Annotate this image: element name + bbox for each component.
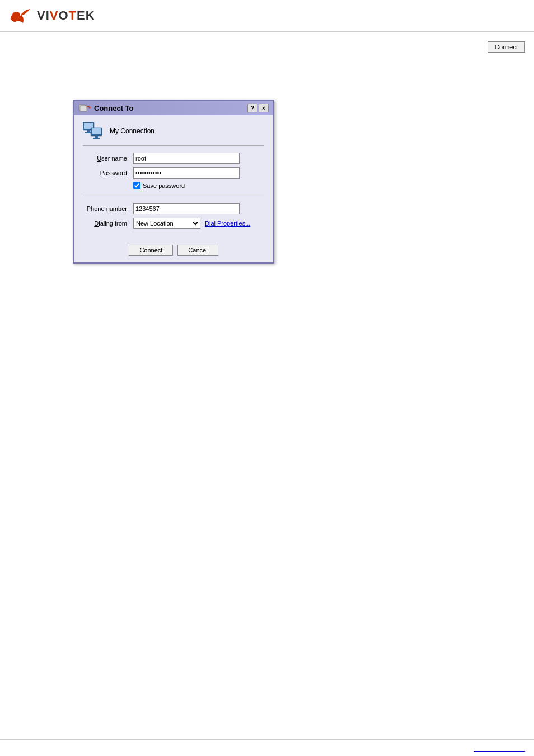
password-input[interactable] <box>133 167 240 179</box>
connection-icon <box>83 122 104 140</box>
phone-number-label: Phone number: <box>83 205 133 212</box>
logo-area: VIVOTEK <box>7 4 95 27</box>
dialog-close-button[interactable]: × <box>259 104 269 112</box>
svg-point-3 <box>89 107 91 109</box>
svg-rect-2 <box>80 106 87 111</box>
username-row: User name: <box>83 153 264 164</box>
connect-button-top[interactable]: Connect <box>488 41 525 53</box>
main-content: Connect To ? × <box>0 77 534 275</box>
connection-row: My Connection <box>83 122 264 146</box>
save-password-label: Save password <box>143 182 185 189</box>
dial-properties-button[interactable]: Dial Properties... <box>205 220 250 227</box>
svg-point-0 <box>25 10 27 12</box>
svg-rect-6 <box>87 130 90 132</box>
footer-link[interactable]: _______________ <box>474 745 525 752</box>
dialog-title-buttons: ? × <box>247 104 269 112</box>
svg-rect-11 <box>93 138 100 139</box>
dialog-titlebar: Connect To ? × <box>74 101 273 115</box>
svg-rect-10 <box>95 136 98 138</box>
phone-section: Phone number: Dialing from: New Location… <box>83 201 264 229</box>
dialog-title-icon <box>78 103 91 113</box>
top-area: Connect <box>0 32 534 77</box>
password-label: Password: <box>83 170 133 176</box>
connection-name: My Connection <box>110 127 154 135</box>
vivotek-logo-icon <box>7 4 35 27</box>
dialing-from-row: Dialing from: New Location Dial Properti… <box>83 218 264 229</box>
dialog-overlay: Connect To ? × <box>73 100 517 264</box>
dialog-footer: Connect Cancel <box>74 239 273 262</box>
save-password-row: Save password <box>133 182 264 189</box>
dialog-cancel-button[interactable]: Cancel <box>177 245 218 256</box>
page-header: VIVOTEK <box>0 0 534 32</box>
dialog-title-text: Connect To <box>94 104 134 112</box>
save-password-checkbox[interactable] <box>133 182 140 189</box>
phone-number-input[interactable] <box>133 203 240 214</box>
dialog-help-button[interactable]: ? <box>247 104 257 112</box>
dialog-body: My Connection User name: Password: <box>74 115 273 239</box>
connect-to-dialog: Connect To ? × <box>73 100 274 264</box>
dialog-connect-button[interactable]: Connect <box>129 245 173 256</box>
username-label: User name: <box>83 155 133 162</box>
phone-number-row: Phone number: <box>83 203 264 214</box>
dialing-from-label: Dialing from: <box>83 220 133 227</box>
dialing-from-select[interactable]: New Location <box>133 218 200 229</box>
dialog-title-left: Connect To <box>78 103 134 113</box>
svg-rect-9 <box>92 128 101 134</box>
password-row: Password: <box>83 167 264 179</box>
logo-text: VIVOTEK <box>37 8 95 23</box>
page-footer: _______________ <box>0 739 534 756</box>
username-input[interactable] <box>133 153 240 164</box>
credentials-section: User name: Password: Save password <box>83 153 264 195</box>
